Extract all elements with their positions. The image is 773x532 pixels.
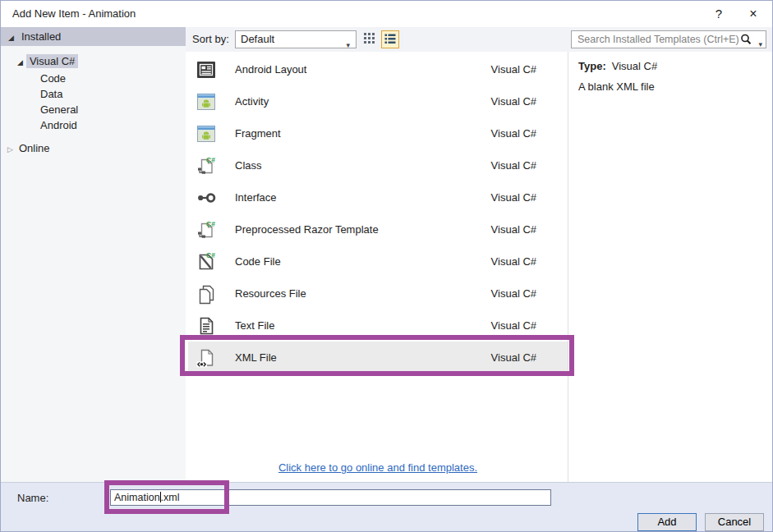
online-templates-link[interactable]: Click here to go online and find templat… bbox=[188, 461, 568, 474]
expander-collapsed-icon: ▷ bbox=[7, 142, 13, 157]
title-bar: Add New Item - Animation ? × bbox=[1, 1, 772, 27]
close-button[interactable]: × bbox=[743, 5, 764, 23]
search-input[interactable]: Search Installed Templates (Ctrl+E) ▾ bbox=[571, 30, 766, 48]
sidebar-item-android[interactable]: Android bbox=[40, 118, 77, 133]
text-file-icon bbox=[195, 314, 218, 337]
template-language: Visual C# bbox=[491, 127, 536, 140]
template-item-xml-file[interactable]: XML FileVisual C# bbox=[188, 342, 568, 374]
template-item-activity[interactable]: ActivityVisual C# bbox=[188, 85, 568, 117]
resources-file-icon bbox=[195, 282, 218, 305]
svg-text:C#: C# bbox=[206, 155, 215, 163]
add-new-item-dialog: Add New Item - Animation ? × ◢Installed … bbox=[0, 0, 773, 532]
android-app-icon bbox=[195, 90, 218, 113]
sidebar-item-code[interactable]: Code bbox=[40, 71, 66, 86]
svg-text:C#: C# bbox=[206, 219, 215, 227]
template-item-interface[interactable]: InterfaceVisual C# bbox=[188, 181, 568, 213]
installed-label: Installed bbox=[21, 30, 61, 43]
visual-csharp-label: Visual C# bbox=[26, 54, 78, 68]
template-item-android-layout[interactable]: Android LayoutVisual C# bbox=[188, 53, 568, 85]
interface-icon bbox=[195, 186, 218, 209]
small-icons-view-button[interactable] bbox=[360, 30, 378, 48]
template-name: XML File bbox=[235, 351, 277, 364]
chevron-down-icon: ▾ bbox=[346, 37, 350, 53]
template-name: Android Layout bbox=[235, 63, 306, 76]
expander-expanded-icon: ◢ bbox=[17, 55, 23, 70]
dialog-title: Add New Item - Animation bbox=[12, 7, 136, 20]
template-rows: Android LayoutVisual C#ActivityVisual C#… bbox=[188, 53, 568, 374]
name-label: Name: bbox=[17, 492, 48, 504]
sort-by-dropdown[interactable]: Default ▾ bbox=[235, 30, 357, 48]
template-language: Visual C# bbox=[491, 159, 536, 172]
help-button[interactable]: ? bbox=[708, 5, 729, 23]
template-language: Visual C# bbox=[491, 319, 536, 332]
sort-by-value: Default bbox=[241, 33, 274, 45]
template-description: A blank XML file bbox=[578, 80, 773, 93]
template-name: Interface bbox=[235, 191, 277, 204]
template-list: Android LayoutVisual C#ActivityVisual C#… bbox=[188, 52, 568, 482]
template-language: Visual C# bbox=[491, 95, 536, 108]
type-label: Type: bbox=[578, 60, 606, 72]
add-button[interactable]: Add bbox=[637, 513, 697, 531]
expander-expanded-icon: ◢ bbox=[8, 29, 14, 48]
template-name: Class bbox=[235, 159, 262, 172]
template-item-code-file[interactable]: C#Code FileVisual C# bbox=[188, 245, 568, 277]
template-item-text-file[interactable]: Text FileVisual C# bbox=[188, 310, 568, 342]
template-language: Visual C# bbox=[491, 351, 536, 364]
search-placeholder: Search Installed Templates (Ctrl+E) bbox=[577, 31, 739, 48]
svg-text:C#: C# bbox=[206, 250, 215, 259]
template-language: Visual C# bbox=[491, 287, 536, 300]
sidebar-item-visual-csharp[interactable]: ◢Visual C# bbox=[17, 54, 78, 69]
template-name: Code File bbox=[235, 255, 281, 268]
android-layout-icon bbox=[195, 58, 218, 81]
type-value: Visual C# bbox=[612, 60, 657, 72]
template-name: Text File bbox=[235, 319, 274, 332]
sort-by-label: Sort by: bbox=[192, 27, 229, 52]
sidebar-item-data[interactable]: Data bbox=[40, 87, 62, 102]
template-name: Fragment bbox=[235, 127, 281, 140]
template-item-class[interactable]: C#ClassVisual C# bbox=[188, 149, 568, 181]
search-icon[interactable] bbox=[740, 34, 752, 51]
template-language: Visual C# bbox=[491, 63, 536, 76]
category-sidebar: ◢Installed ◢Visual C# CodeDataGeneralAnd… bbox=[1, 27, 186, 482]
search-dropdown-icon[interactable]: ▾ bbox=[758, 36, 762, 53]
template-language: Visual C# bbox=[491, 255, 536, 268]
name-value-before-caret: Animation bbox=[114, 492, 160, 503]
dialog-footer: Name: Animation.xml Add Cancel bbox=[1, 482, 773, 532]
name-value-after-caret: .xml bbox=[161, 492, 180, 503]
csharp-class-icon: C# bbox=[195, 218, 218, 241]
template-item-preprocessed-razor-template[interactable]: C#Preprocessed Razor TemplateVisual C# bbox=[188, 213, 568, 245]
details-panel: Type:Visual C# A blank XML file bbox=[568, 52, 773, 482]
list-view-button[interactable] bbox=[381, 30, 399, 48]
template-item-fragment[interactable]: FragmentVisual C# bbox=[188, 117, 568, 149]
template-name: Preprocessed Razor Template bbox=[235, 223, 379, 236]
online-label: Online bbox=[19, 142, 50, 154]
template-item-resources-file[interactable]: Resources FileVisual C# bbox=[188, 277, 568, 310]
sidebar-item-installed[interactable]: ◢Installed bbox=[1, 27, 186, 46]
name-input[interactable]: Animation.xml bbox=[110, 489, 551, 506]
sidebar-item-online[interactable]: ▷Online bbox=[7, 141, 50, 156]
template-name: Activity bbox=[235, 95, 269, 108]
template-language: Visual C# bbox=[491, 223, 536, 236]
android-app-icon bbox=[195, 122, 218, 145]
list-view-icon bbox=[384, 32, 397, 48]
grid-view-icon bbox=[363, 32, 375, 47]
xml-file-icon bbox=[195, 346, 218, 369]
list-toolbar: Sort by: Default ▾ Search Installed Temp… bbox=[186, 27, 773, 52]
sidebar-item-general[interactable]: General bbox=[40, 103, 78, 117]
csharp-class-icon: C# bbox=[195, 154, 218, 177]
template-name: Resources File bbox=[235, 287, 306, 300]
code-file-icon: C# bbox=[195, 250, 218, 273]
template-language: Visual C# bbox=[491, 191, 536, 204]
cancel-button[interactable]: Cancel bbox=[705, 513, 764, 531]
